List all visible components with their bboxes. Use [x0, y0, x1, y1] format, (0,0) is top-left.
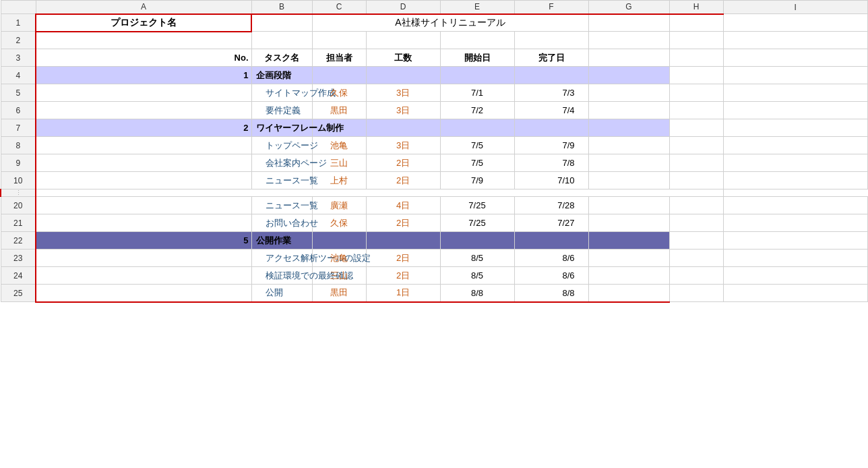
table-row: 5 サイトマップ作成 久保 3日 7/1 7/3: [1, 84, 868, 102]
row-num-3: 3: [1, 49, 36, 67]
table-row: 25 公開 黒田 1日 8/8 8/8: [1, 285, 868, 302]
cell-20i: [723, 197, 868, 214]
cell-20g: [588, 197, 669, 214]
row-num-25: 25: [1, 285, 36, 302]
cell-6h: [669, 102, 723, 119]
table-row: 2: [1, 32, 868, 49]
cell-25g: [588, 285, 669, 302]
table-row: 23 アクセス解析ツールの設定 池亀 2日 8/5 8/6: [1, 250, 868, 267]
cell-10a: [36, 172, 251, 189]
cell-10b: ニュース一覧: [251, 172, 312, 189]
cell-22f: [514, 232, 588, 250]
cell-6e: 7/2: [440, 102, 514, 119]
cell-8c: 池亀: [312, 137, 366, 154]
cell-1g: [588, 14, 669, 32]
row-num-9: 9: [1, 154, 36, 172]
cell-21i: [723, 214, 868, 232]
cell-7h: [669, 119, 723, 137]
cell-3i: [723, 49, 868, 67]
cell-3c: 担当者: [312, 49, 366, 67]
cell-7a: 2: [36, 119, 251, 137]
cell-9b: 会社案内ページ: [251, 154, 312, 172]
cell-5e: 7/1: [440, 84, 514, 102]
cell-3h: [669, 49, 723, 67]
cell-9e: 7/5: [440, 154, 514, 172]
cell-8a: [36, 137, 251, 154]
cell-10g: [588, 172, 669, 189]
cell-10h: [669, 172, 723, 189]
row-num-20: 20: [1, 197, 36, 214]
col-header-h: H: [669, 1, 723, 14]
cell-2f: [514, 32, 588, 49]
cell-23e: 8/5: [440, 250, 514, 267]
cell-9d: 2日: [366, 154, 440, 172]
cell-20f: 7/28: [514, 197, 588, 214]
cell-3g: [588, 49, 669, 67]
cell-25c: 黒田: [312, 285, 366, 302]
cell-24f: 8/6: [514, 267, 588, 285]
cell-4h: [669, 67, 723, 84]
cell-20h: [669, 197, 723, 214]
cell-7d: [366, 119, 440, 137]
table-row: 9 会社案内ページ 三山 2日 7/5 7/8: [1, 154, 868, 172]
cell-22d: [366, 232, 440, 250]
row-num-4: 4: [1, 67, 36, 84]
row-num-8: 8: [1, 137, 36, 154]
cell-5b: サイトマップ作成: [251, 84, 312, 102]
cell-23d: 2日: [366, 250, 440, 267]
cell-22e: [440, 232, 514, 250]
cell-23a: [36, 250, 251, 267]
cell-1h: [669, 14, 723, 32]
cell-1a[interactable]: プロジェクト名: [36, 14, 251, 32]
cell-3a: No.: [36, 49, 251, 67]
cell-2d: [366, 32, 440, 49]
cell-8e: 7/5: [440, 137, 514, 154]
cell-21b: お問い合わせ: [251, 214, 312, 232]
cell-5f: 7/3: [514, 84, 588, 102]
cell-6b: 要件定義: [251, 102, 312, 119]
table-row: 6 要件定義 黒田 3日 7/2 7/4: [1, 102, 868, 119]
row-num-ellipsis: ⋮: [1, 189, 36, 197]
col-header-c: C: [312, 1, 366, 14]
cell-21d: 2日: [366, 214, 440, 232]
cell-3f: 完了日: [514, 49, 588, 67]
cell-21h: [669, 214, 723, 232]
cell-4a: 1: [36, 67, 251, 84]
cell-22h: [669, 232, 723, 250]
cell-6g: [588, 102, 669, 119]
cell-6a: [36, 102, 251, 119]
row-num-23: 23: [1, 250, 36, 267]
cell-23h: [669, 250, 723, 267]
row-num-10: 10: [1, 172, 36, 189]
cell-10f: 7/10: [514, 172, 588, 189]
cell-8g: [588, 137, 669, 154]
cell-6c: 黒田: [312, 102, 366, 119]
cell-24d: 2日: [366, 267, 440, 285]
row-num-24: 24: [1, 267, 36, 285]
cell-7b: ワイヤーフレーム制作: [251, 119, 312, 137]
cell-24a: [36, 267, 251, 285]
cell-22c: [312, 232, 366, 250]
cell-2a: [36, 32, 251, 49]
col-header-i: I: [723, 1, 868, 14]
cell-5g: [588, 84, 669, 102]
cell-4i: [723, 67, 868, 84]
cell-9f: 7/8: [514, 154, 588, 172]
cell-20b: ニュース一覧: [251, 197, 312, 214]
cell-3b: タスク名: [251, 49, 312, 67]
cell-6i: [723, 102, 868, 119]
cell-7e: [440, 119, 514, 137]
table-row: 20 ニュース一覧 廣瀬 4日 7/25 7/28: [1, 197, 868, 214]
row-num-6: 6: [1, 102, 36, 119]
cell-7g: [588, 119, 669, 137]
col-header-a: A: [36, 1, 251, 14]
cell-7i: [723, 119, 868, 137]
cell-20c: 廣瀬: [312, 197, 366, 214]
col-header-row: [1, 1, 36, 14]
table-row: 22 5 公開作業: [1, 232, 868, 250]
cell-4c: [312, 67, 366, 84]
cell-4f: [514, 67, 588, 84]
cell-4d: [366, 67, 440, 84]
cell-25i: [723, 285, 868, 302]
table-row: 21 お問い合わせ 久保 2日 7/25 7/27: [1, 214, 868, 232]
